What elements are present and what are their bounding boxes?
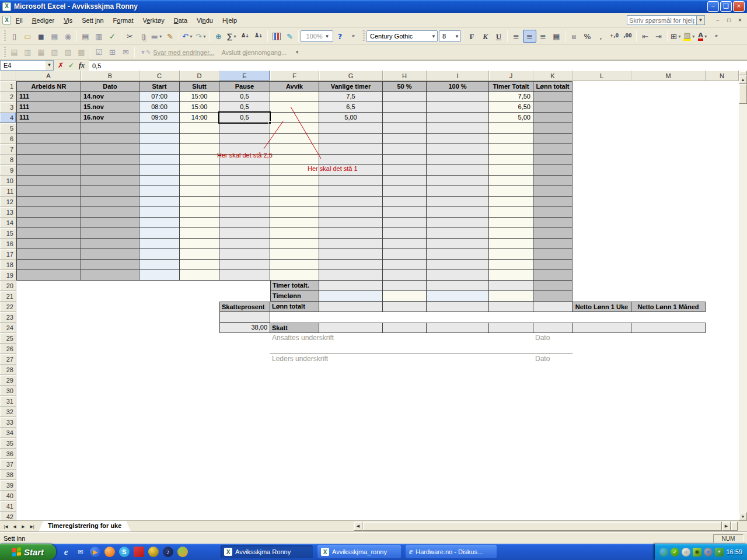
cell-M22[interactable]: Netto Lønn 1 Måned bbox=[631, 302, 706, 312]
cell-I9[interactable] bbox=[427, 165, 489, 176]
annotation-text-1[interactable]: Her skal det stå 2,5 bbox=[217, 152, 273, 159]
next-sheet-button[interactable]: ▶ bbox=[19, 522, 27, 531]
cell-E22[interactable]: Skatteprosent bbox=[219, 302, 270, 312]
column-header-I[interactable]: I bbox=[427, 71, 489, 81]
cell-G11[interactable] bbox=[319, 186, 383, 197]
cell-A1[interactable]: Arbeids NR bbox=[16, 81, 81, 92]
taskbar-button-avviksskjma-ronny[interactable]: X Avviksskjma Ronny bbox=[221, 545, 313, 558]
menu-vindu[interactable]: Vindu bbox=[192, 15, 218, 26]
column-header-F[interactable]: F bbox=[270, 71, 319, 81]
cell-D4[interactable]: 14:00 bbox=[180, 113, 219, 123]
currency-button[interactable]: ¤ bbox=[567, 30, 581, 43]
cell-A2[interactable]: 111 bbox=[16, 92, 81, 102]
cell-E16[interactable] bbox=[219, 239, 270, 249]
cell-K15[interactable] bbox=[533, 228, 573, 239]
cell-B3[interactable]: 15.nov bbox=[81, 102, 139, 113]
cell-F2[interactable] bbox=[270, 92, 319, 102]
cell-C16[interactable] bbox=[139, 239, 180, 249]
cell-L24[interactable] bbox=[573, 323, 631, 333]
security-badge-tray-icon[interactable]: ✓ bbox=[671, 548, 679, 556]
column-header-H[interactable]: H bbox=[383, 71, 427, 81]
cell-J3[interactable]: 6,50 bbox=[489, 102, 533, 113]
column-header-C[interactable]: C bbox=[139, 71, 180, 81]
menu-rediger[interactable]: Rediger bbox=[27, 15, 60, 26]
drawing-button[interactable]: ✎ bbox=[283, 30, 296, 43]
cell-D1[interactable]: Slutt bbox=[180, 81, 219, 92]
cell-B7[interactable] bbox=[81, 144, 139, 155]
cell-K25[interactable]: Dato bbox=[533, 333, 573, 344]
cell-A14[interactable] bbox=[16, 218, 81, 228]
cell-A12[interactable] bbox=[16, 197, 81, 207]
windows-media-player-icon[interactable]: ▶ bbox=[90, 547, 100, 557]
cell-G12[interactable] bbox=[319, 197, 383, 207]
cell-E6[interactable] bbox=[219, 134, 270, 144]
cell-D3[interactable]: 15:00 bbox=[180, 102, 219, 113]
cell-F16[interactable] bbox=[270, 239, 319, 249]
row-header-29[interactable]: 29 bbox=[0, 375, 16, 386]
cell-G3[interactable]: 6,5 bbox=[319, 102, 383, 113]
cell-B17[interactable] bbox=[81, 249, 139, 260]
cell-J19[interactable] bbox=[489, 270, 533, 281]
menu-fil[interactable]: Fil bbox=[11, 15, 27, 26]
cell-A9[interactable] bbox=[16, 165, 81, 176]
cell-D6[interactable] bbox=[180, 134, 219, 144]
column-header-E[interactable]: E bbox=[219, 71, 270, 81]
menu-format[interactable]: Format bbox=[109, 15, 138, 26]
scroll-down-button[interactable]: ▼ bbox=[739, 512, 747, 520]
borders-button[interactable]: ⊞▼ bbox=[669, 30, 683, 43]
row-header-18[interactable]: 18 bbox=[0, 260, 16, 270]
cell-B2[interactable]: 14.nov bbox=[81, 92, 139, 102]
cell-E9[interactable] bbox=[219, 165, 270, 176]
cell-F21[interactable]: Timelønn bbox=[270, 291, 319, 302]
toolbar-grip[interactable] bbox=[3, 47, 6, 58]
cell-K21[interactable] bbox=[533, 291, 573, 302]
row-header-1[interactable]: 1 bbox=[0, 81, 16, 92]
row-header-4[interactable]: 4 bbox=[0, 113, 16, 123]
red-app-icon[interactable] bbox=[134, 547, 144, 557]
font-color-button[interactable]: A▼ bbox=[696, 30, 710, 43]
row-header-31[interactable]: 31 bbox=[0, 396, 16, 407]
cell-I14[interactable] bbox=[427, 218, 489, 228]
cell-G24[interactable] bbox=[319, 323, 383, 333]
cell-D5[interactable] bbox=[180, 123, 219, 134]
cell-K16[interactable] bbox=[533, 239, 573, 249]
cell-B14[interactable] bbox=[81, 218, 139, 228]
help-button[interactable]: ? bbox=[333, 30, 347, 43]
cell-E12[interactable] bbox=[219, 197, 270, 207]
cell-J8[interactable] bbox=[489, 155, 533, 165]
cell-C19[interactable] bbox=[139, 270, 180, 281]
row-header-37[interactable]: 37 bbox=[0, 459, 16, 470]
cell-I2[interactable] bbox=[427, 92, 489, 102]
chart-wizard-button[interactable] bbox=[270, 30, 283, 43]
cell-C2[interactable]: 07:00 bbox=[139, 92, 180, 102]
cell-D10[interactable] bbox=[180, 176, 219, 186]
row-header-12[interactable]: 12 bbox=[0, 197, 16, 207]
cell-A4[interactable]: 111 bbox=[16, 113, 81, 123]
cell-B9[interactable] bbox=[81, 165, 139, 176]
cell-I1[interactable]: 100 % bbox=[427, 81, 489, 92]
row-header-2[interactable]: 2 bbox=[0, 92, 16, 102]
end-review-button[interactable]: Avslutt gjennomgang... bbox=[218, 46, 290, 59]
cell-J5[interactable] bbox=[489, 123, 533, 134]
copy-button[interactable]: ▯ bbox=[137, 30, 150, 43]
align-right-button[interactable]: ≡ bbox=[536, 30, 550, 43]
cell-F14[interactable] bbox=[270, 218, 319, 228]
cell-J11[interactable] bbox=[489, 186, 533, 197]
cell-A15[interactable] bbox=[16, 228, 81, 239]
row-header-32[interactable]: 32 bbox=[0, 407, 16, 417]
cell-C13[interactable] bbox=[139, 207, 180, 218]
scroll-right-button[interactable]: ▶ bbox=[722, 522, 731, 531]
row-header-13[interactable]: 13 bbox=[0, 207, 16, 218]
column-header-M[interactable]: M bbox=[631, 71, 706, 81]
start-button[interactable]: Start bbox=[0, 544, 56, 560]
cell-K13[interactable] bbox=[533, 207, 573, 218]
menu-hjelp[interactable]: Hjelp bbox=[218, 15, 242, 26]
column-header-A[interactable]: A bbox=[16, 71, 81, 81]
open-button[interactable]: ▭ bbox=[21, 30, 34, 43]
cell-G10[interactable] bbox=[319, 176, 383, 186]
cell-pattern-button-3[interactable]: ▦ bbox=[34, 46, 48, 59]
cell-H19[interactable] bbox=[383, 270, 427, 281]
menu-vis[interactable]: Vis bbox=[59, 15, 77, 26]
print-preview-button[interactable]: ▥ bbox=[92, 30, 106, 43]
cell-K22[interactable] bbox=[533, 302, 573, 312]
